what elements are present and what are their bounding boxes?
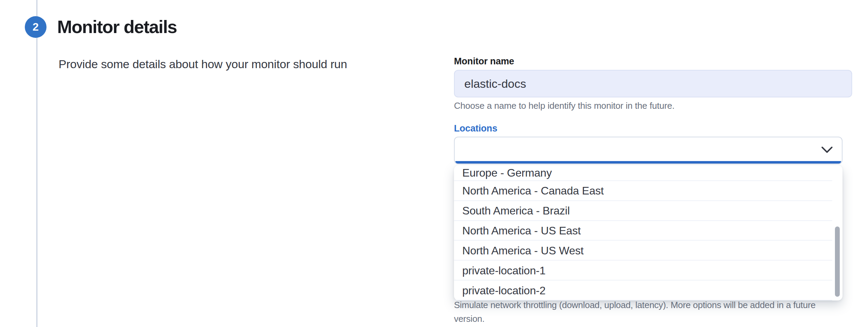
monitor-name-input[interactable] [454, 70, 852, 97]
stepper-connector-line [36, 0, 38, 327]
step-description: Provide some details about how your moni… [59, 57, 347, 71]
location-option[interactable]: North America - Canada East [454, 181, 843, 201]
locations-label: Locations [454, 123, 497, 134]
dropdown-scrollbar-thumb[interactable] [835, 226, 840, 297]
location-option[interactable]: North America - US East [454, 221, 843, 241]
locations-dropdown: Europe - Germany North America - Canada … [454, 165, 843, 300]
page-title: Monitor details [57, 17, 177, 37]
focus-underline [455, 161, 841, 164]
step-number: 2 [33, 21, 39, 33]
throttling-help: Simulate network throttling (download, u… [454, 298, 816, 326]
locations-combobox[interactable] [454, 137, 843, 164]
throttling-help-line: version. [454, 312, 816, 326]
location-option[interactable]: private-location-2 [454, 281, 843, 300]
location-option[interactable]: Europe - Germany [454, 165, 843, 181]
location-option[interactable]: private-location-1 [454, 261, 843, 281]
step-number-badge: 2 [25, 16, 46, 38]
location-option[interactable]: South America - Brazil [454, 201, 843, 221]
monitor-details-step: 2 Monitor details Provide some details a… [0, 0, 868, 327]
location-option[interactable]: North America - US West [454, 241, 843, 261]
chevron-down-icon[interactable] [821, 146, 833, 155]
monitor-name-help: Choose a name to help identify this moni… [454, 101, 674, 111]
monitor-name-label: Monitor name [454, 56, 514, 67]
